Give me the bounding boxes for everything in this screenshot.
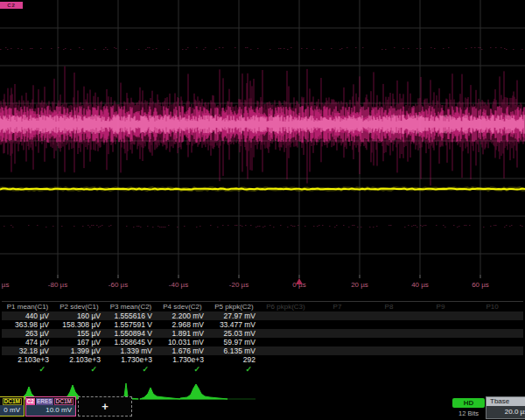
trigger-position-marker[interactable] [296,278,303,284]
measure-stat-value: 25.03 mV [208,329,260,338]
time-axis-label: -100 µs [0,281,9,289]
measure-stat-value: 32.18 µV [2,346,53,355]
measure-column-header[interactable]: P3 mean(C2) [105,303,157,311]
measure-stat-value: 1.558645 V [105,338,157,346]
measure-stat-value: 1.550894 V [105,329,157,338]
measure-stat-value: 292 [208,355,260,364]
measure-stat-value: 363.98 µV [2,320,53,329]
measure-column-header[interactable]: P7 [312,303,363,311]
measure-stat-value: 1.399 µV [53,346,105,355]
measure-column-header[interactable]: P6 pkpk(C3) [260,303,312,311]
measure-stat-value: 2.103e+3 [2,355,53,364]
plus-icon: + [102,401,108,412]
measure-stat-value: 1.676 mV [157,346,208,355]
measure-stat-value: 1.730e+3 [105,355,157,364]
hd-bits-label: 12 Bits [452,410,485,417]
time-axis-label: -20 µs [229,281,248,289]
timebase-descriptor[interactable]: Tbase 20.0 µs [486,396,525,419]
time-axis-label: 20 µs [351,281,368,289]
measure-stat-value: 440 µV [2,312,53,320]
timebase-value: 20.0 µs [486,406,525,418]
time-axis-label: 60 µs [472,281,489,289]
measure-stat-value: 2.103e+3 [53,355,105,364]
oscilloscope-screen: C2 -100 µs-80 µs-60 µs-40 µs-20 µs0 µs20… [0,0,525,420]
add-trace-slot[interactable]: + [78,396,132,416]
measure-stat-value: 474 µV [2,338,53,346]
hd-mode-badge[interactable]: HD [452,398,485,408]
measure-stat-value: 1.730e+3 [157,355,208,364]
measure-stat-value: 1.557591 V [105,320,157,329]
measure-stat-value: 10.031 mV [157,338,208,346]
measure-column-header[interactable]: P2 sdev(C1) [53,303,105,311]
c2-label-badge: C2 [26,398,35,405]
c2-vdiv-value: 10.0 mV [26,405,75,416]
measure-stat-value: 158.308 µV [53,320,105,329]
measure-stat-value: 6.135 mV [208,346,260,355]
measure-stat-value: 33.477 mV [208,320,260,329]
time-axis-label: -80 µs [48,281,67,289]
channel-c1-descriptor[interactable]: DC1M 0 mV [0,396,24,416]
c2-coupling-badge: DC1M [54,398,74,405]
channel-c2-descriptor[interactable]: C2 ERES DC1M 10.0 mV [25,396,76,416]
measure-stat-value: 263 µV [2,329,53,338]
time-axis-label: -60 µs [108,281,128,289]
measure-column-header[interactable]: P10 [466,303,518,311]
time-axis-label: -40 µs [169,281,188,289]
measure-column-header[interactable]: P9 [415,303,466,311]
c1-vdiv-value: 0 mV [0,405,24,416]
measure-stat-value: 2.968 mV [157,320,208,329]
waveform-grid[interactable] [0,0,525,298]
measure-stat-value: 27.97 mV [208,312,260,320]
trace-annotation-badge[interactable]: C2 [0,2,23,9]
measure-stat-value: 2.200 mV [157,312,208,320]
measure-stat-value: 160 µV [53,312,105,320]
c2-eres-badge: ERES [36,398,53,405]
measure-stat-value: 167 µV [53,338,105,346]
measure-column-header[interactable]: P8 [363,303,415,311]
c1-coupling-badge: DC1M [3,398,22,405]
measure-stat-value: 1.339 mV [105,346,157,355]
measure-stat-value: 1.891 mV [157,329,208,338]
measure-column-header[interactable]: P5 pkpk(C2) [208,303,260,311]
measurement-table: P1 mean(C1)P2 sdev(C1)P3 mean(C2)P4 sdev… [2,301,523,374]
measure-stat-value: 1.555616 V [105,312,157,320]
time-axis-label: 40 µs [411,281,429,289]
measure-column-header[interactable]: P1 mean(C1) [2,303,53,311]
measure-column-header[interactable]: P4 sdev(C2) [157,303,208,311]
timebase-title: Tbase [486,397,525,406]
measure-stat-value: 59.97 mV [208,338,260,346]
measure-stat-value: 155 µV [53,329,105,338]
